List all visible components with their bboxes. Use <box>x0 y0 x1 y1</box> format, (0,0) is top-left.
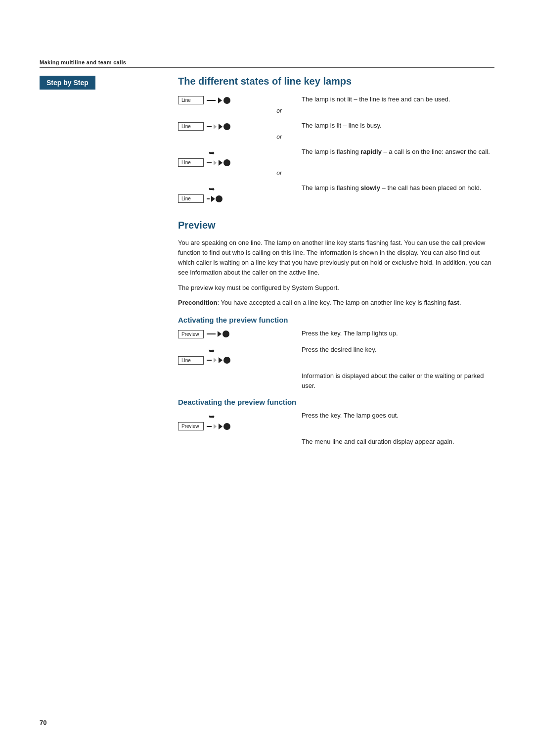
preview-title: Preview <box>178 220 494 231</box>
lamp-state-1: Line or The lamp is not lit – the line i… <box>178 94 494 117</box>
key-diagram-2: Line <box>178 122 292 131</box>
deactivating-info-text: The menu line and call duration display … <box>302 436 494 447</box>
arrow-right-4 <box>211 196 215 202</box>
lamp-state-2: Line or The lamp is lit – line is busy. <box>178 120 494 143</box>
desc-state-4: The lamp is flashing slowly – the call h… <box>302 183 494 193</box>
activating-step-1-text: Press the key. The lamp lights up. <box>302 328 494 338</box>
section-header: Making multiline and team calls <box>40 59 494 68</box>
key-box-line-p2: Line <box>178 356 204 365</box>
step-by-step-badge: Step by Step <box>40 76 95 90</box>
preview-section: Preview You are speaking on one line. Th… <box>178 220 494 447</box>
flash-symbol-4: ➥ <box>209 185 215 193</box>
lamp-preview-1 <box>222 331 229 337</box>
key-box-line-4: Line <box>178 194 204 203</box>
key-diagram-3: Line <box>178 158 292 167</box>
step-by-step-content: Step by Step The different states of lin… <box>40 76 494 451</box>
lamp-filled-2 <box>223 123 230 130</box>
lamp-filled-1 <box>223 97 230 104</box>
lamp-filled-4 <box>216 195 222 202</box>
activating-section: Activating the preview function Preview <box>178 316 494 391</box>
diagram-state-3: ➥ Line or <box>178 146 302 180</box>
deactivating-step-1: ➥ Preview <box>178 410 494 433</box>
arrow-right-1 <box>218 97 222 103</box>
activating-info-text: Information is displayed about the calle… <box>302 371 494 391</box>
preview-body1: You are speaking on one line. The lamp o… <box>178 238 494 278</box>
diagram-state-2: Line or <box>178 120 302 143</box>
deactivate-key-diagram-1: Preview <box>178 422 292 430</box>
arrow-right-d1 <box>219 424 222 429</box>
desc-state-1: The lamp is not lit – the line is free a… <box>302 94 494 104</box>
key-box-line-1: Line <box>178 96 204 104</box>
flash-symbol-d1: ➥ <box>209 412 215 421</box>
key-diagram-1: Line <box>178 96 292 104</box>
right-column: The different states of line key lamps L… <box>178 76 494 451</box>
arrow-half-p2 <box>214 358 217 363</box>
flash-symbol-p2: ➥ <box>209 346 215 355</box>
preview-body2: The preview key must be configured by Sy… <box>178 283 494 293</box>
deactivating-step-1-text: Press the key. The lamp goes out. <box>302 410 494 421</box>
key-diagram-4: Line <box>178 194 292 203</box>
lamp-filled-3 <box>223 159 230 166</box>
diagram-state-1: Line or <box>178 94 302 117</box>
arrow-right-p2 <box>219 357 222 363</box>
lamp-deactivate-1 <box>223 423 230 430</box>
precondition-label: Precondition <box>178 299 217 306</box>
activating-info: Information is displayed about the calle… <box>178 371 494 391</box>
deactivating-diagram-1: ➥ Preview <box>178 410 302 433</box>
deactivating-section: Deactivating the preview function ➥ Prev… <box>178 398 494 447</box>
key-box-preview-d1: Preview <box>178 422 204 430</box>
diagram-state-4: ➥ Line <box>178 183 302 206</box>
activating-diagram-2: ➥ Line <box>178 344 302 368</box>
arrow-right-2 <box>219 124 222 130</box>
arrow-right-p1 <box>218 331 222 337</box>
lamp-preview-2 <box>223 357 230 364</box>
key-box-preview-1: Preview <box>178 330 204 338</box>
or-label-2: or <box>178 134 292 141</box>
activating-title: Activating the preview function <box>178 316 494 324</box>
deactivating-info-spacer <box>178 436 302 438</box>
desc-state-3: The lamp is flashing rapidly – a call is… <box>302 146 494 157</box>
lamp-state-3: ➥ Line or <box>178 146 494 180</box>
flash-symbol-3: ➥ <box>209 148 215 157</box>
preview-key-diagram-2: Line <box>178 356 292 365</box>
or-label-3: or <box>178 170 292 177</box>
activating-step-2: ➥ Line <box>178 344 494 368</box>
arrow-half-d1 <box>214 424 217 429</box>
activating-step-2-text: Press the desired line key. <box>302 344 494 355</box>
activating-diagram-1: Preview <box>178 328 302 341</box>
left-column: Step by Step <box>40 76 178 451</box>
deactivating-title: Deactivating the preview function <box>178 398 494 406</box>
line-key-lamps-title: The different states of line key lamps <box>178 76 494 87</box>
arrow-half-2 <box>214 124 217 129</box>
or-label-1: or <box>178 107 292 114</box>
precondition-text: Precondition: You have accepted a call o… <box>178 298 494 308</box>
page-number: 70 <box>40 719 46 726</box>
key-box-line-2: Line <box>178 122 204 131</box>
key-box-line-3: Line <box>178 158 204 167</box>
lamp-state-4: ➥ Line The lamp is flashing <box>178 183 494 206</box>
activating-info-spacer <box>178 371 302 373</box>
activating-step-1: Preview Press the key. The lamp lights u… <box>178 328 494 341</box>
desc-state-2: The lamp is lit – line is busy. <box>302 120 494 131</box>
section-header-label: Making multiline and team calls <box>40 59 126 65</box>
arrow-right-3 <box>219 160 222 166</box>
deactivating-info: The menu line and call duration display … <box>178 436 494 447</box>
arrow-half-3 <box>214 160 217 165</box>
preview-key-diagram-1: Preview <box>178 330 292 338</box>
